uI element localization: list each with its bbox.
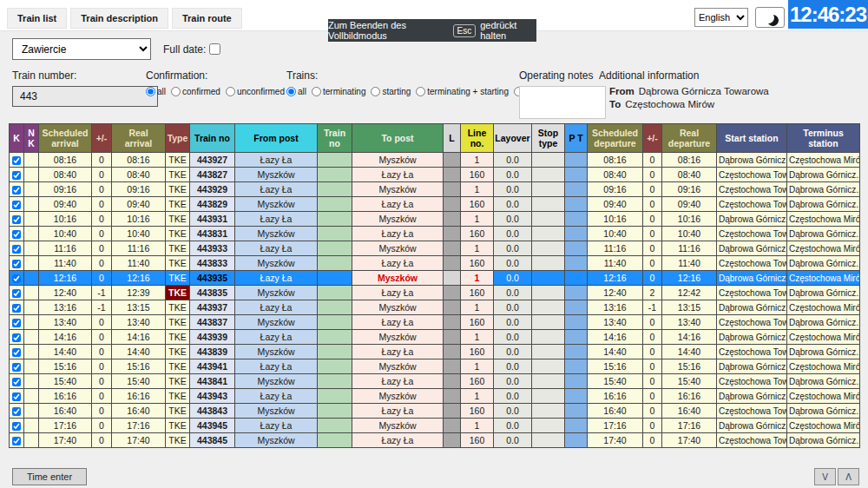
cell-line_no[interactable]: 1 <box>461 153 494 168</box>
cell-l[interactable] <box>444 197 461 212</box>
cell-delay_dep[interactable]: 0 <box>643 197 662 212</box>
cell-to_post[interactable]: Myszków <box>352 419 444 433</box>
cell-start_station[interactable]: Częstochowa Tow... <box>717 168 787 182</box>
cell-from_post[interactable]: Łazy Ła <box>235 182 318 197</box>
table-row[interactable]: 13:40013:40TKE443837MyszkówŁazy Ła1600.0… <box>10 315 860 330</box>
table-row[interactable]: 15:40015:40TKE443841MyszkówŁazy Ła1600.0… <box>10 374 860 389</box>
cell-type[interactable]: TKE <box>166 182 190 197</box>
cell-train_no2[interactable] <box>318 330 352 345</box>
table-row[interactable]: 17:40017:40TKE443845MyszkówŁazy Ła1600.0… <box>10 433 860 448</box>
cell-nk[interactable] <box>24 212 39 227</box>
cell-delay_arr[interactable]: 0 <box>92 182 112 197</box>
cell-l[interactable] <box>444 374 461 389</box>
cell-to_post[interactable]: Myszków <box>352 300 444 315</box>
cell-l[interactable] <box>444 241 461 256</box>
cell-start_station[interactable]: Dąbrowa Górnicz... <box>717 419 787 433</box>
table-row[interactable]: 17:16017:16TKE443945Łazy ŁaMyszków10.017… <box>10 419 860 433</box>
cell-stop_type[interactable] <box>532 256 565 271</box>
cell-type[interactable]: TKE <box>166 315 190 330</box>
cell-sched_arr[interactable]: 13:40 <box>39 315 92 330</box>
confirm-checkbox[interactable] <box>12 333 21 342</box>
cell-line_no[interactable]: 160 <box>461 227 494 241</box>
cell-sched_arr[interactable]: 09:40 <box>39 197 92 212</box>
table-row[interactable]: 14:40014:40TKE443839MyszkówŁazy Ła1600.0… <box>10 345 860 359</box>
cell-real_arr[interactable]: 10:16 <box>112 212 166 227</box>
cell-delay_dep[interactable]: 0 <box>643 315 662 330</box>
cell-train_no[interactable]: 443835 <box>190 286 235 300</box>
cell-delay_arr[interactable]: 0 <box>92 359 112 374</box>
cell-to_post[interactable]: Łazy Ła <box>352 256 444 271</box>
cell-k[interactable] <box>10 241 24 256</box>
confirm-checkbox[interactable] <box>12 274 21 283</box>
cell-type[interactable]: TKE <box>166 433 190 448</box>
cell-delay_dep[interactable]: 0 <box>643 419 662 433</box>
cell-from_post[interactable]: Myszków <box>235 315 318 330</box>
cell-to_post[interactable]: Myszków <box>352 241 444 256</box>
table-row[interactable]: 16:16016:16TKE443943Łazy ŁaMyszków10.016… <box>10 389 860 404</box>
cell-nk[interactable] <box>24 300 39 315</box>
cell-real_dep[interactable]: 08:40 <box>662 168 717 182</box>
cell-sched_arr[interactable]: 08:16 <box>39 153 92 168</box>
cell-l[interactable] <box>444 286 461 300</box>
cell-sched_dep[interactable]: 10:40 <box>588 227 643 241</box>
cell-k[interactable] <box>10 212 24 227</box>
cell-train_no[interactable]: 443927 <box>190 153 235 168</box>
cell-to_post[interactable]: Łazy Ła <box>352 374 444 389</box>
cell-type[interactable]: TKE <box>166 153 190 168</box>
cell-terminus_station[interactable]: Dąbrowa Górnicz... <box>787 256 860 271</box>
cell-nk[interactable] <box>24 153 39 168</box>
cell-delay_arr[interactable]: 0 <box>92 433 112 448</box>
cell-terminus_station[interactable]: Częstochowa Mirów <box>787 330 860 345</box>
cell-terminus_station[interactable]: Dąbrowa Górnicz... <box>787 374 860 389</box>
cell-sched_dep[interactable]: 09:40 <box>588 197 643 212</box>
cell-real_dep[interactable]: 11:16 <box>662 241 717 256</box>
cell-layover[interactable]: 0.0 <box>494 419 532 433</box>
table-row[interactable]: 10:40010:40TKE443831MyszkówŁazy Ła1600.0… <box>10 227 860 241</box>
table-row[interactable]: 16:40016:40TKE443843MyszkówŁazy Ła1600.0… <box>10 404 860 419</box>
cell-pt[interactable] <box>565 286 588 300</box>
cell-delay_dep[interactable]: 0 <box>643 359 662 374</box>
cell-real_dep[interactable]: 08:16 <box>662 153 717 168</box>
cell-from_post[interactable]: Łazy Ła <box>235 271 318 286</box>
confirmation-radio-unconfirmed[interactable]: unconfirmed <box>226 87 285 96</box>
cell-delay_dep[interactable]: 0 <box>643 212 662 227</box>
cell-type[interactable]: TKE <box>166 404 190 419</box>
cell-train_no[interactable]: 443833 <box>190 256 235 271</box>
cell-start_station[interactable]: Częstochowa Tow... <box>717 374 787 389</box>
cell-sched_arr[interactable]: 14:16 <box>39 330 92 345</box>
cell-nk[interactable] <box>24 286 39 300</box>
cell-layover[interactable]: 0.0 <box>494 404 532 419</box>
confirm-checkbox[interactable] <box>12 156 21 165</box>
cell-k[interactable] <box>10 153 24 168</box>
cell-stop_type[interactable] <box>532 241 565 256</box>
cell-line_no[interactable]: 1 <box>461 271 494 286</box>
cell-delay_dep[interactable]: 0 <box>643 404 662 419</box>
cell-real_arr[interactable]: 12:16 <box>112 271 166 286</box>
cell-stop_type[interactable] <box>532 404 565 419</box>
cell-start_station[interactable]: Częstochowa Tow... <box>717 433 787 448</box>
cell-train_no2[interactable] <box>318 227 352 241</box>
cell-type[interactable]: TKE <box>166 419 190 433</box>
cell-train_no[interactable]: 443829 <box>190 197 235 212</box>
cell-to_post[interactable]: Myszków <box>352 182 444 197</box>
cell-delay_arr[interactable]: 0 <box>92 153 112 168</box>
cell-nk[interactable] <box>24 168 39 182</box>
cell-nk[interactable] <box>24 419 39 433</box>
cell-terminus_station[interactable]: Częstochowa Mirów <box>787 359 860 374</box>
cell-terminus_station[interactable]: Dąbrowa Górnicz... <box>787 197 860 212</box>
cell-layover[interactable]: 0.0 <box>494 374 532 389</box>
table-row[interactable]: 09:40009:40TKE443829MyszkówŁazy Ła1600.0… <box>10 197 860 212</box>
confirm-checkbox[interactable] <box>12 171 21 180</box>
table-row[interactable]: 10:16010:16TKE443931Łazy ŁaMyszków10.010… <box>10 212 860 227</box>
cell-terminus_station[interactable]: Dąbrowa Górnicz... <box>787 182 860 197</box>
confirm-checkbox[interactable] <box>12 201 21 209</box>
cell-train_no[interactable]: 443943 <box>190 389 235 404</box>
cell-from_post[interactable]: Myszków <box>235 286 318 300</box>
cell-nk[interactable] <box>24 359 39 374</box>
cell-nk[interactable] <box>24 330 39 345</box>
trains-radio-input[interactable] <box>312 87 321 96</box>
cell-real_dep[interactable]: 10:40 <box>662 227 717 241</box>
cell-real_arr[interactable]: 08:16 <box>112 153 166 168</box>
cell-terminus_station[interactable]: Dąbrowa Górnicz... <box>787 433 860 448</box>
confirmation-radio-input[interactable] <box>226 87 235 96</box>
